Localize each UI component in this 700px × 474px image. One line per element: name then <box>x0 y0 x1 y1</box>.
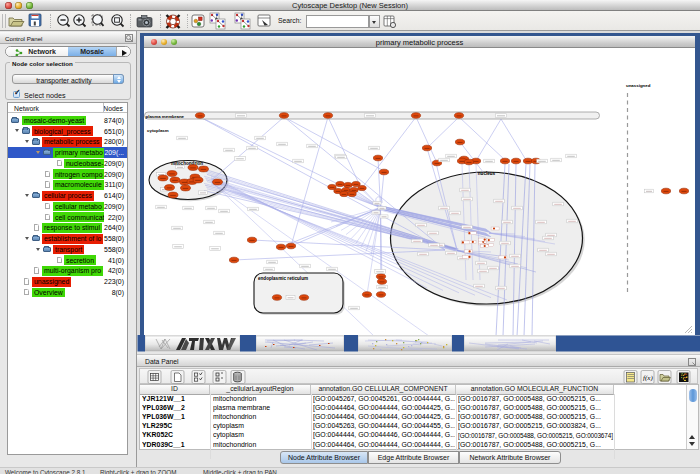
svg-text:endoplasmic reticulum: endoplasmic reticulum <box>258 276 308 281</box>
svg-text:unassigned: unassigned <box>626 83 651 88</box>
svg-text:mitochondrion: mitochondrion <box>171 161 203 166</box>
svg-text:nucleus: nucleus <box>478 171 496 176</box>
svg-text:cytoplasm: cytoplasm <box>147 128 169 133</box>
svg-text:plasma membrane: plasma membrane <box>146 114 185 119</box>
svg-text:f(x): f(x) <box>643 374 653 382</box>
